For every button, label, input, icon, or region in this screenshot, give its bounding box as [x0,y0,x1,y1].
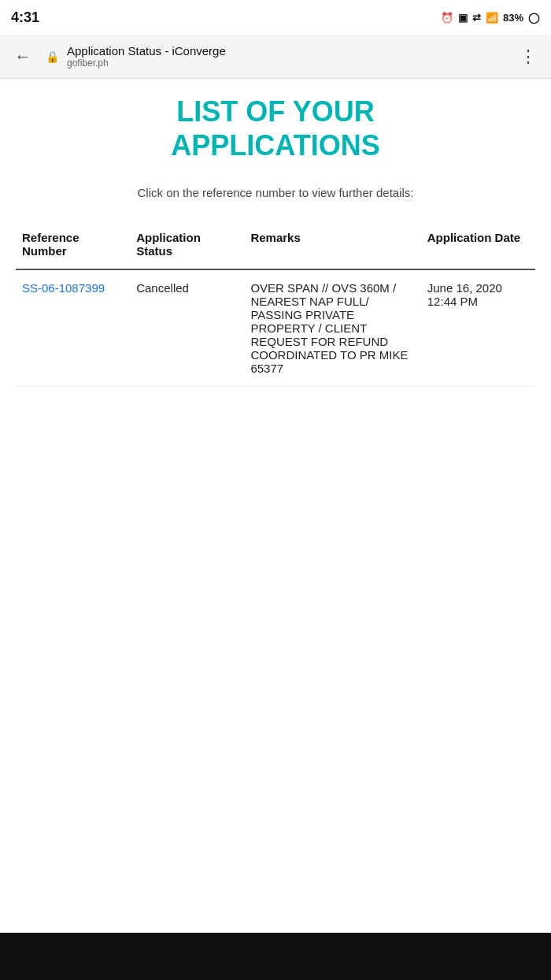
battery-text: 83% [503,12,523,24]
page-content: LIST OF YOUR APPLICATIONS Click on the r… [0,79,551,933]
alarm-icon: ⏰ [441,12,453,24]
network-icon: 📶 [486,12,498,24]
cell-status: Cancelled [130,269,244,387]
signal-icon: ⇄ [472,12,481,24]
status-icons: ⏰ ▣ ⇄ 📶 83% ◯ [441,12,540,24]
page-heading: LIST OF YOUR APPLICATIONS [16,95,535,162]
heading-line2: APPLICATIONS [16,128,535,162]
cell-remarks: OVER SPAN // OVS 360M / NEAREST NAP FULL… [244,269,420,387]
battery-icon: ◯ [528,12,540,24]
header-remarks: Remarks [244,223,420,269]
cell-date: June 16, 2020 12:44 PM [421,269,535,387]
reference-link[interactable]: SS-06-1087399 [22,281,105,295]
table-header-row: Reference Number Application Status Rema… [16,223,535,269]
bottom-bar [0,933,551,980]
browser-menu-button[interactable]: ⋮ [513,43,543,70]
status-bar: 4:31 ⏰ ▣ ⇄ 📶 83% ◯ [0,0,551,35]
header-reference: Reference Number [16,223,130,269]
browser-title: Application Status - iConverge [67,44,505,58]
applications-table: Reference Number Application Status Rema… [16,223,535,387]
browser-bar: ← 🔒 Application Status - iConverge gofib… [0,35,551,79]
cell-reference[interactable]: SS-06-1087399 [16,269,130,387]
back-button[interactable]: ← [8,43,38,70]
header-date: Application Date [421,223,535,269]
instruction-text: Click on the reference number to view fu… [16,186,535,199]
url-area: Application Status - iConverge gofiber.p… [67,44,505,69]
heading-line1: LIST OF YOUR [16,95,535,128]
sim-icon: ▣ [458,12,468,24]
status-time: 4:31 [11,9,39,26]
header-status: Application Status [130,223,244,269]
browser-domain: gofiber.ph [67,58,505,69]
table-row: SS-06-1087399CancelledOVER SPAN // OVS 3… [16,269,535,387]
lock-icon: 🔒 [46,50,59,63]
